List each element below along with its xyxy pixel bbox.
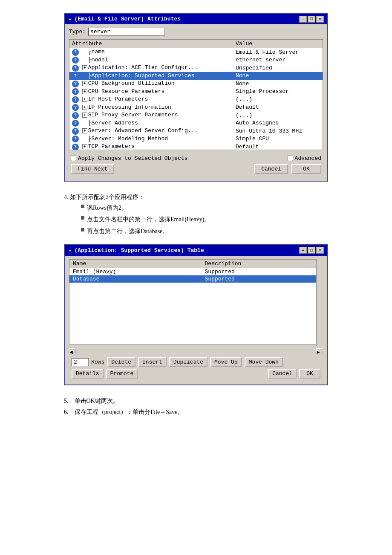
step5-text: 5. 单击OK键两次。 [64, 396, 328, 407]
attr-cell-value-7: Default [233, 104, 323, 112]
attr-cell-value-10: Sun Ultra 10 333 MHz [233, 127, 323, 135]
window-controls-2: — □ ✕ [299, 247, 324, 254]
attr-row-8[interactable]: ? +SIP Proxy Server Parameters(...) [69, 111, 323, 119]
attr-cell-name-2: ? +Application: ACE Tier Configur... [69, 64, 233, 72]
close-button[interactable]: ✕ [316, 16, 324, 23]
help-icon-9: ? [72, 120, 79, 127]
maximize-button[interactable]: □ [308, 16, 315, 23]
attr-row-6[interactable]: ? +IP Host Parameters(...) [69, 95, 323, 104]
app-cell-name-1: Database [69, 275, 202, 283]
type-label: Type: [69, 29, 86, 35]
step4-bullets: 讽Rows值为2。点击文件名栏中的第一行，选择Email(Heavy)。再点击第… [81, 202, 328, 237]
footer2-left: Details Promote [72, 369, 138, 379]
rows-input[interactable] [72, 358, 89, 366]
attr-row-5[interactable]: ? +CPU Resource ParametersSingle Process… [69, 88, 323, 96]
expand-icon-8[interactable]: + [82, 113, 87, 118]
step6-text: 6. 保存工程（project）：单击分File→Save。 [64, 407, 328, 418]
bullet-text-1: 点击文件名栏中的第一行，选择Email(Heavy)。 [87, 214, 210, 225]
app-table-dialog: ✦ (Application: Supported Services) Tabl… [64, 244, 328, 385]
attr-name-7: IP Processing Information [88, 104, 171, 110]
help-icon-6: ? [72, 96, 79, 103]
attributes-table-container: Attribute Value ? ┌nameEmail & File Serv… [69, 39, 323, 150]
bullet-text-2: 再点击第二行，选择Database。 [87, 226, 168, 237]
expand-icon-5[interactable]: + [82, 89, 87, 94]
scroll-right-btn[interactable]: ▶ [316, 348, 323, 354]
attr-cell-name-6: ? +IP Host Parameters [69, 95, 233, 104]
help-icon-1: ? [72, 57, 79, 64]
delete-button[interactable]: Delete [107, 357, 135, 367]
dialog2-footer2: Details Promote Cancel OK [69, 368, 323, 381]
expand-icon-6[interactable]: + [82, 97, 87, 102]
attr-row-11[interactable]: ? ├Server: Modeling MethodSimple CPU [69, 135, 323, 143]
help-icon-5: ? [72, 88, 79, 95]
attr-name-6: IP Host Parameters [88, 96, 148, 102]
attr-row-4[interactable]: ? +CPU Background UtilizationNone [69, 80, 323, 88]
attr-cell-value-6: (...) [233, 95, 323, 104]
ok-button-1[interactable]: OK [291, 164, 321, 174]
scrollbar-right[interactable] [316, 259, 323, 346]
attr-row-9[interactable]: ? ├Server AddressAuto Assigned [69, 119, 323, 127]
dialog2-title-text: (Application: Supported Services) Table [74, 247, 204, 254]
move-down-button[interactable]: Move Down [245, 357, 283, 367]
attr-cell-name-11: ? ├Server: Modeling Method [69, 135, 233, 143]
attr-cell-name-10: ? +Server: Advanced Server Config... [69, 127, 233, 135]
expand-icon-10[interactable]: + [82, 128, 87, 133]
move-up-button[interactable]: Move Up [210, 357, 242, 367]
attr-name-1: ├model [88, 57, 108, 63]
expand-icon-4[interactable]: + [82, 81, 87, 86]
attr-row-10[interactable]: ? +Server: Advanced Server Config...Sun … [69, 127, 323, 135]
help-icon-10: ? [72, 128, 79, 135]
attr-cell-value-8: (...) [233, 111, 323, 119]
attr-cell-name-9: ? ├Server Address [69, 119, 233, 127]
attr-name-0: ┌name [88, 49, 105, 55]
close-button-2[interactable]: ✕ [316, 247, 324, 254]
expand-icon-7[interactable]: + [82, 105, 87, 110]
minimize-button-2[interactable]: — [299, 247, 307, 254]
expand-icon-2[interactable]: + [82, 65, 87, 70]
promote-button[interactable]: Promote [106, 369, 138, 379]
expand-icon-12[interactable]: + [82, 144, 87, 149]
bottom-instructions: 5. 单击OK键两次。 6. 保存工程（project）：单击分File→Sav… [64, 396, 328, 418]
minimize-button[interactable]: — [299, 16, 307, 23]
instruction-step4: 4. 如下所示配剠2个应用程序： 讽Rows值为2。点击文件名栏中的第一行，选择… [64, 192, 328, 237]
app-row-0[interactable]: Email (Heavy)Supported [69, 268, 316, 275]
attr-cell-name-3: ? ├Application: Supported Services [69, 72, 233, 80]
horizontal-scrollbar[interactable]: ◀ ▶ [69, 348, 323, 355]
col-value-header: Value [233, 40, 323, 48]
attr-cell-name-1: ? ├model [69, 56, 233, 64]
type-input[interactable] [88, 28, 165, 36]
attr-row-2[interactable]: ? +Application: ACE Tier Configur...Unsp… [69, 64, 323, 72]
attr-name-8: SIP Proxy Server Parameters [88, 112, 178, 118]
insert-button[interactable]: Insert [138, 357, 167, 367]
attr-cell-value-1: ethernet_server [233, 56, 323, 64]
details-button[interactable]: Details [72, 369, 104, 379]
duplicate-button[interactable]: Duplicate [169, 357, 208, 367]
attr-cell-name-8: ? +SIP Proxy Server Parameters [69, 111, 233, 119]
attr-row-1[interactable]: ? ├modelethernet_server [69, 56, 323, 64]
scroll-left-btn[interactable]: ◀ [69, 348, 76, 354]
app-row-1[interactable]: DatabaseSupported [69, 275, 316, 283]
apply-changes-label[interactable]: Apply Changes to Selected Objects [71, 155, 187, 162]
apply-changes-checkbox[interactable] [71, 156, 76, 161]
attr-name-2: Application: ACE Tier Configur... [88, 64, 198, 71]
col-name-header: Name [69, 260, 202, 268]
app-cell-desc-0: Supported [202, 268, 316, 275]
attr-row-0[interactable]: ? ┌nameEmail & File Server [69, 48, 323, 56]
attr-cell-name-0: ? ┌name [69, 48, 233, 56]
advanced-checkbox[interactable] [288, 156, 293, 161]
attr-row-7[interactable]: ? +IP Processing InformationDefault [69, 104, 323, 112]
advanced-label[interactable]: Advanced [288, 155, 321, 162]
cancel-button-1[interactable]: Cancel [254, 164, 288, 174]
cancel-button-2[interactable]: Cancel [268, 369, 297, 379]
maximize-button-2[interactable]: □ [308, 247, 315, 254]
help-icon-3: ? [72, 72, 79, 79]
dialog1-titlebar: ✦ (Email & File Server) Attributes — □ ✕ [65, 14, 327, 24]
col-description-header: Description [202, 260, 316, 268]
attr-row-3[interactable]: ? ├Application: Supported ServicesNone [69, 72, 323, 80]
window-controls: — □ ✕ [299, 16, 324, 23]
footer-right: Advanced [288, 155, 321, 162]
find-next-button[interactable]: Find Next [71, 164, 114, 174]
attr-row-12[interactable]: ? +TCP ParametersDefault [69, 143, 323, 150]
help-icon-0: ? [72, 49, 79, 56]
ok-button-2[interactable]: OK [299, 369, 320, 379]
